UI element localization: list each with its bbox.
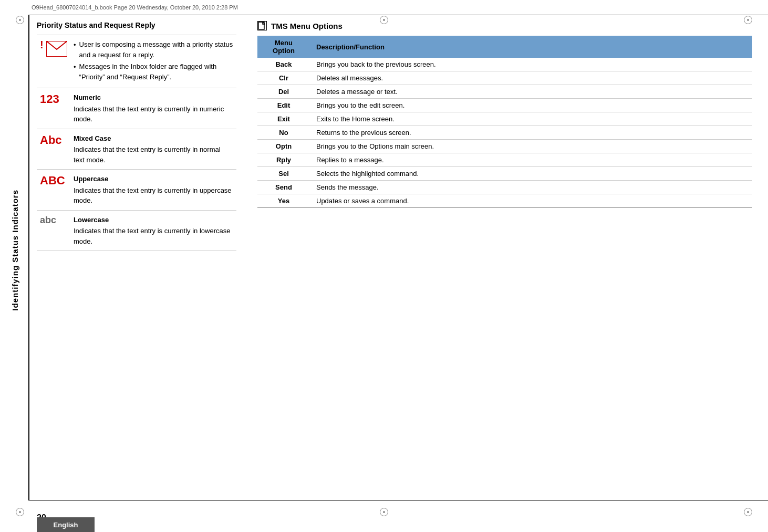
tms-description-cell: Updates or saves a command. [310,194,752,208]
priority-icon: ! [40,39,67,58]
tms-table-row: BackBrings you back to the previous scre… [257,58,752,71]
tms-option-cell: Clr [257,71,310,85]
numeric-title: Numeric [74,92,233,103]
tms-option-cell: Back [257,58,310,71]
tms-table-row: SendSends the message. [257,181,752,194]
tms-col-header-desc: Description/Function [310,36,752,58]
tms-option-cell: Optn [257,140,310,153]
tms-description-cell: Deletes all messages. [310,71,752,85]
envelope-svg [46,41,67,57]
lowercase-title: Lowercase [74,215,233,225]
tms-table-row: OptnBrings you to the Options main scree… [257,140,752,153]
language-text: English [54,521,78,529]
tms-description-cell: Selects the highlighted command. [310,167,752,181]
tms-option-cell: Del [257,85,310,99]
tms-table-header-row: Menu Option Description/Function [257,36,752,58]
uppercase-title: Uppercase [74,174,233,184]
tms-option-cell: Rply [257,153,310,167]
lowercase-description: Indicates that the text entry is current… [74,227,230,245]
tms-description-cell: Sends the message. [310,181,752,194]
tms-table-row: RplyReplies to a message. [257,153,752,167]
tms-description-cell: Brings you to the Options main screen. [310,140,752,153]
tms-option-cell: Yes [257,194,310,208]
upper-desc-cell: Uppercase Indicates that the text entry … [70,170,236,211]
mixed-case-icon: Abc [40,133,62,147]
priority-bullet-1-text: User is composing a message with a prior… [79,39,233,60]
sidebar-label-text: Identifying Status Indicators [11,190,19,311]
left-section-title: Priority Status and Request Reply [37,21,236,29]
tms-description-cell: Brings you to the edit screen. [310,99,752,112]
tms-description-cell: Returns to the previous screen. [310,126,752,140]
tms-description-cell: Deletes a message or text. [310,85,752,99]
table-row: ABC Uppercase Indicates that the text en… [37,170,236,211]
mixed-description: Indicates that the text entry is current… [74,145,221,164]
priority-exclamation-icon: ! [40,39,44,50]
tms-option-cell: Edit [257,99,310,112]
left-column: Priority Status and Request Reply ! User [37,21,236,495]
header-bar: O9Head_68007024014_b.book Page 20 Wednes… [0,0,768,15]
tms-description-cell: Brings you back to the previous screen. [310,58,752,71]
tms-section-title: TMS Menu Options [271,22,343,30]
numeric-icon-cell: 123 [37,88,70,129]
priority-bullet-1: User is composing a message with a prior… [74,39,233,60]
right-column: TMS Menu Options Menu Option Description… [257,21,752,495]
priority-bullet-2-text: Messages in the Inbox folder are flagged… [79,61,233,82]
tms-table-row: ClrDeletes all messages. [257,71,752,85]
table-row: 123 Numeric Indicates that the text entr… [37,88,236,129]
mixed-icon-cell: Abc [37,129,70,170]
priority-desc-cell: User is composing a message with a prior… [70,35,236,88]
document-icon [258,22,266,30]
tms-option-cell: No [257,126,310,140]
tms-header: TMS Menu Options [257,21,752,30]
tms-option-cell: Send [257,181,310,194]
mixed-title: Mixed Case [74,133,233,144]
tms-option-cell: Exit [257,112,310,126]
priority-bullet-2: Messages in the Inbox folder are flagged… [74,61,233,82]
numeric-description: Indicates that the text entry is current… [74,105,224,123]
upper-icon-cell: ABC [37,170,70,211]
tms-description-cell: Exits to the Home screen. [310,112,752,126]
tms-table-row: YesUpdates or saves a command. [257,194,752,208]
lower-icon-cell: abc [37,210,70,251]
table-row: Abc Mixed Case Indicates that the text e… [37,129,236,170]
sidebar-label: Identifying Status Indicators [0,0,29,500]
numeric-desc-cell: Numeric Indicates that the text entry is… [70,88,236,129]
tms-col-header-option: Menu Option [257,36,310,58]
tms-table-row: NoReturns to the previous screen. [257,126,752,140]
mixed-desc-cell: Mixed Case Indicates that the text entry… [70,129,236,170]
tms-table-row: ExitExits to the Home screen. [257,112,752,126]
top-divider [29,15,768,15]
tms-table-row: EditBrings you to the edit screen. [257,99,752,112]
bottom-bar: 20 English [0,500,768,532]
tms-table: Menu Option Description/Function BackBri… [257,36,752,208]
uppercase-icon: ABC [40,174,65,187]
tms-table-row: SelSelects the highlighted command. [257,167,752,181]
main-content: Priority Status and Request Reply ! User [37,21,752,495]
numeric-icon: 123 [40,92,59,106]
tms-option-cell: Sel [257,167,310,181]
indicator-table: ! User is composing a message with a pri… [37,35,236,251]
lowercase-icon: abc [40,215,56,225]
language-badge: English [37,517,95,532]
priority-icon-cell: ! [37,35,70,88]
lower-desc-cell: Lowercase Indicates that the text entry … [70,210,236,251]
tms-table-row: DelDeletes a message or text. [257,85,752,99]
file-info: O9Head_68007024014_b.book Page 20 Wednes… [32,4,238,11]
table-row: abc Lowercase Indicates that the text en… [37,210,236,251]
table-row: ! User is composing a message with a pri… [37,35,236,88]
tms-header-icon [257,21,267,30]
uppercase-description: Indicates that the text entry is current… [74,186,232,205]
tms-description-cell: Replies to a message. [310,153,752,167]
